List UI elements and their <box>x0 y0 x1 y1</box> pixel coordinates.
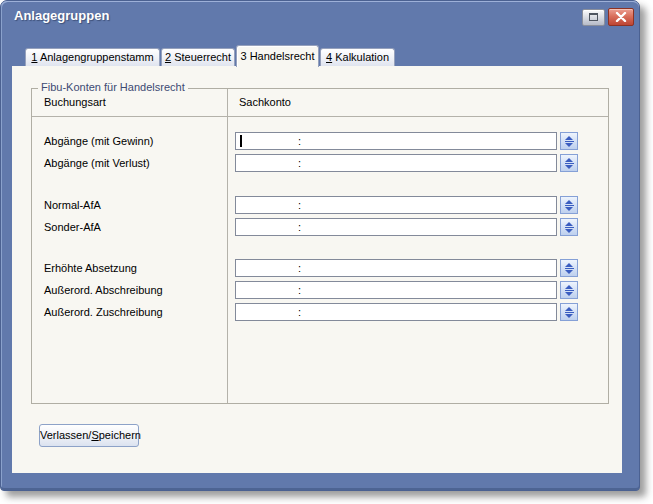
row-label: Normal-AfA <box>44 199 101 211</box>
tab-steuerrecht[interactable]: 2 Steuerrecht <box>161 48 235 67</box>
sachkonto-input[interactable]: : <box>235 218 557 236</box>
up-arrow-icon <box>565 263 573 267</box>
down-arrow-icon <box>565 229 573 233</box>
dialog-window: Anlagegruppen 1 Anlagengruppenstamm 2 St… <box>0 0 640 491</box>
sachkonto-input[interactable]: : <box>235 154 557 172</box>
spinner-divider <box>565 268 574 269</box>
down-arrow-icon <box>565 143 573 147</box>
form-row-normal-afa: Normal-AfA : <box>32 196 608 215</box>
restore-window-icon <box>589 13 598 21</box>
column-header-buchungsart: Buchungsart <box>44 96 106 108</box>
sachkonto-input[interactable]: : <box>235 132 557 150</box>
text-caret <box>240 135 242 147</box>
row-label: Außerord. Zuschreibung <box>44 306 163 318</box>
form-row-erhoehte-absetzung: Erhöhte Absetzung : <box>32 259 608 278</box>
groupbox-title: Fibu-Konten für Handelsrecht <box>38 81 188 93</box>
row-label: Abgänge (mit Gewinn) <box>44 135 153 147</box>
window-title: Anlagegruppen <box>14 1 109 30</box>
button-accel: S <box>91 429 98 441</box>
titlebar-buttons <box>582 8 634 26</box>
sachkonto-input[interactable]: : <box>235 281 557 299</box>
close-button[interactable] <box>608 8 634 26</box>
spinner-button[interactable] <box>560 196 578 214</box>
button-label-part: Verlassen/ <box>40 429 91 441</box>
spinner-divider <box>565 141 574 142</box>
restore-button[interactable] <box>582 9 605 26</box>
up-arrow-icon <box>565 285 573 289</box>
tab-label: Kalkulation <box>332 51 389 63</box>
up-arrow-icon <box>565 222 573 226</box>
up-arrow-icon <box>565 158 573 162</box>
down-arrow-icon <box>565 314 573 318</box>
spinner-button[interactable] <box>560 303 578 321</box>
spinner-button[interactable] <box>560 281 578 299</box>
field-value: : <box>298 199 301 211</box>
field-value: : <box>298 157 301 169</box>
form-row-sonder-afa: Sonder-AfA : <box>32 218 608 237</box>
field-value: : <box>298 135 301 147</box>
button-label-part: peichern <box>99 429 141 441</box>
up-arrow-icon <box>565 136 573 140</box>
row-label: Abgänge (mit Verlust) <box>44 157 150 169</box>
content-panel: Fibu-Konten für Handelsrecht Buchungsart… <box>12 66 622 473</box>
field-value: : <box>298 306 301 318</box>
field-value: : <box>298 262 301 274</box>
close-x-icon <box>615 12 627 22</box>
tab-label: Anlagengruppenstamm <box>37 51 153 63</box>
spinner-divider <box>565 312 574 313</box>
row-label: Außerord. Abschreibung <box>44 284 163 296</box>
spinner-button[interactable] <box>560 259 578 277</box>
form-row-abgaenge-gewinn: Abgänge (mit Gewinn) : <box>32 132 608 151</box>
tab-label: 3 Handelsrecht <box>241 50 315 62</box>
field-value: : <box>298 284 301 296</box>
sachkonto-input[interactable]: : <box>235 259 557 277</box>
tab-label: Steuerrecht <box>171 51 231 63</box>
header-divider <box>32 116 608 117</box>
tab-kalkulation[interactable]: 4 Kalkulation <box>320 48 395 67</box>
up-arrow-icon <box>565 307 573 311</box>
down-arrow-icon <box>565 165 573 169</box>
tab-anlagengruppenstamm[interactable]: 1 Anlagengruppenstamm <box>25 48 160 67</box>
up-arrow-icon <box>565 200 573 204</box>
sachkonto-input[interactable]: : <box>235 303 557 321</box>
sachkonto-input[interactable]: : <box>235 196 557 214</box>
spinner-divider <box>565 163 574 164</box>
down-arrow-icon <box>565 292 573 296</box>
row-label: Sonder-AfA <box>44 221 101 233</box>
spinner-button[interactable] <box>560 132 578 150</box>
tab-handelsrecht[interactable]: 3 Handelsrecht <box>236 45 319 67</box>
down-arrow-icon <box>565 207 573 211</box>
verlassen-speichern-button[interactable]: Verlassen/Speichern <box>39 424 139 447</box>
spinner-divider <box>565 205 574 206</box>
spinner-divider <box>565 227 574 228</box>
spinner-button[interactable] <box>560 154 578 172</box>
row-label: Erhöhte Absetzung <box>44 262 137 274</box>
title-bar[interactable]: Anlagegruppen <box>1 1 639 31</box>
form-row-ausserord-abschreibung: Außerord. Abschreibung : <box>32 281 608 300</box>
down-arrow-icon <box>565 270 573 274</box>
column-header-sachkonto: Sachkonto <box>239 96 291 108</box>
form-row-abgaenge-verlust: Abgänge (mit Verlust) : <box>32 154 608 173</box>
form-row-ausserord-zuschreibung: Außerord. Zuschreibung : <box>32 303 608 322</box>
groupbox-fibu-konten: Fibu-Konten für Handelsrecht Buchungsart… <box>31 88 609 404</box>
field-value: : <box>298 221 301 233</box>
spinner-divider <box>565 290 574 291</box>
spinner-button[interactable] <box>560 218 578 236</box>
